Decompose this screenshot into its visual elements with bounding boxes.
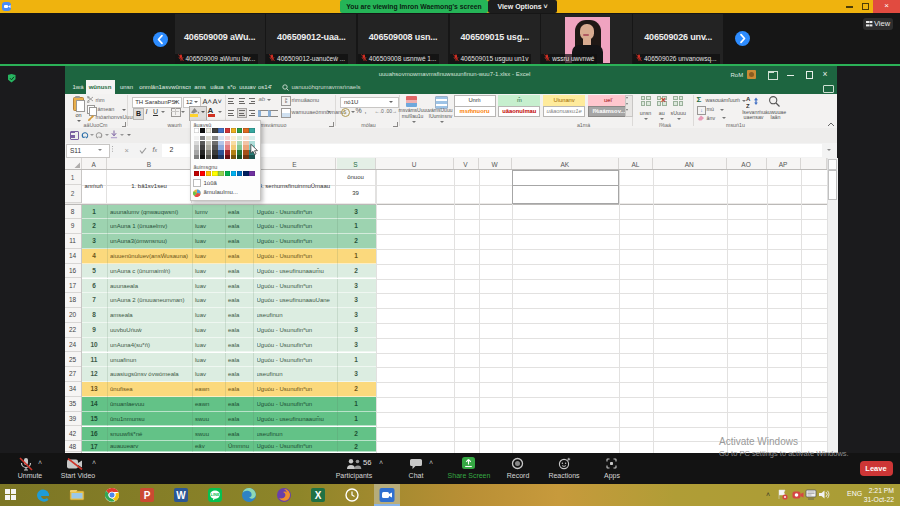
svg-text:X: X bbox=[315, 490, 322, 501]
svg-text:W: W bbox=[176, 490, 186, 501]
svg-text:P: P bbox=[144, 490, 151, 501]
svg-text:A: A bbox=[746, 96, 751, 102]
svg-text:Z: Z bbox=[746, 103, 750, 109]
svg-text:LINE: LINE bbox=[210, 492, 219, 497]
